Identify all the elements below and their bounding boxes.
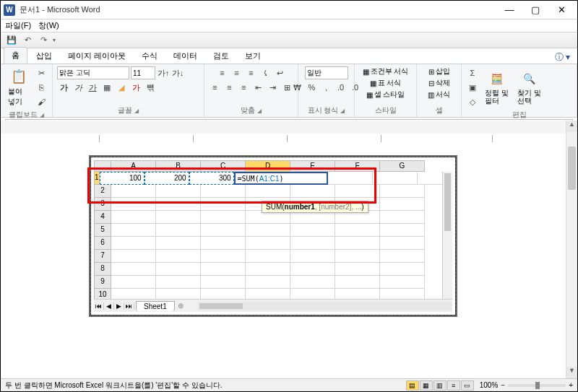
cell[interactable] — [111, 237, 156, 250]
align-bottom-icon[interactable]: ≡ — [245, 66, 258, 79]
format-painter-icon[interactable]: 🖌 — [35, 95, 48, 108]
cell[interactable]: 300 — [189, 172, 234, 185]
vertical-scrollbar[interactable]: ▲ ▼ — [566, 121, 577, 378]
cell[interactable] — [201, 224, 246, 237]
tab-page-layout[interactable]: 페이지 레이아웃 — [61, 48, 133, 64]
number-format-select[interactable] — [305, 66, 348, 79]
row-header[interactable]: 10 — [94, 289, 111, 299]
save-icon[interactable]: 💾 — [5, 34, 18, 47]
cell[interactable] — [335, 185, 380, 198]
view-draft-icon[interactable]: ▭ — [461, 380, 474, 391]
scroll-down-icon[interactable]: ▼ — [566, 367, 577, 378]
maximize-button[interactable]: ▢ — [522, 2, 548, 18]
cell[interactable] — [111, 211, 156, 224]
cell[interactable] — [201, 276, 246, 289]
cell[interactable] — [246, 250, 290, 263]
cell[interactable] — [156, 198, 201, 211]
fill-color-icon[interactable]: ◢ — [115, 81, 128, 94]
align-dialog-launcher[interactable]: ◢ — [257, 108, 262, 114]
tab-review[interactable]: 검토 — [206, 48, 236, 64]
sheet-horizontal-scrollbar[interactable] — [198, 302, 452, 310]
row-header[interactable]: 5 — [94, 224, 111, 237]
cell[interactable] — [335, 224, 380, 237]
format-cells-button[interactable]: ▥서식 — [428, 90, 450, 100]
new-sheet-icon[interactable]: ⊕ — [178, 302, 184, 310]
sheet-nav-first-icon[interactable]: ⏮ — [94, 302, 104, 310]
row-header[interactable]: 1 — [94, 172, 100, 185]
wrap-text-icon[interactable]: ↩ — [274, 66, 287, 79]
autosum-icon[interactable]: Σ — [466, 66, 479, 79]
cell[interactable] — [156, 237, 201, 250]
menu-window[interactable]: 창(W) — [38, 20, 59, 31]
document-page[interactable]: ABCDEFG 1100200300=SUM(A1:C1)2345678910 … — [11, 135, 557, 378]
align-left-icon[interactable]: ≡ — [209, 81, 222, 94]
insert-cells-button[interactable]: ⊞삽입 — [428, 66, 450, 77]
undo-icon[interactable]: ↶ — [21, 34, 34, 47]
cell[interactable] — [380, 263, 425, 276]
cell[interactable] — [156, 276, 201, 289]
cell[interactable] — [290, 185, 335, 198]
currency-icon[interactable]: ₩ — [291, 81, 304, 94]
column-header[interactable]: G — [380, 160, 425, 172]
clear-icon[interactable]: ◇ — [466, 95, 479, 108]
column-header[interactable]: C — [201, 160, 246, 172]
grow-font-icon[interactable]: 가↑ — [157, 66, 170, 79]
cell[interactable] — [380, 198, 425, 211]
cell[interactable] — [201, 198, 246, 211]
cell[interactable] — [246, 276, 290, 289]
increase-indent-icon[interactable]: ⇥ — [267, 81, 280, 94]
row-header[interactable]: 8 — [94, 263, 111, 276]
shrink-font-icon[interactable]: 가↓ — [171, 66, 184, 79]
embedded-excel-object[interactable]: ABCDEFG 1100200300=SUM(A1:C1)2345678910 … — [89, 155, 457, 317]
cell[interactable] — [246, 237, 290, 250]
view-outline-icon[interactable]: ≡ — [447, 380, 460, 391]
cell[interactable] — [290, 250, 335, 263]
zoom-slider[interactable] — [508, 384, 566, 387]
font-color-icon[interactable]: 가 — [129, 81, 142, 94]
redo-icon[interactable]: ↷ — [37, 34, 50, 47]
cell[interactable] — [380, 289, 425, 299]
horizontal-ruler[interactable] — [1, 121, 566, 134]
tab-insert[interactable]: 삽입 — [29, 48, 59, 64]
row-header[interactable]: 6 — [94, 237, 111, 250]
column-header[interactable]: E — [290, 160, 335, 172]
sort-filter-button[interactable]: 🧮 정렬 및 필터 — [482, 69, 512, 106]
cell-styles-button[interactable]: ▦셀 스타일 — [366, 90, 405, 100]
cell[interactable] — [335, 289, 380, 299]
cell[interactable] — [380, 237, 425, 250]
cell[interactable] — [156, 211, 201, 224]
sheet-nav-next-icon[interactable]: ▶ — [114, 302, 124, 310]
align-center-icon[interactable]: ≡ — [223, 81, 236, 94]
cell[interactable] — [290, 263, 335, 276]
number-dialog-launcher[interactable]: ◢ — [340, 108, 345, 114]
cell[interactable] — [335, 263, 380, 276]
column-header[interactable]: A — [111, 160, 156, 172]
column-header[interactable]: B — [156, 160, 201, 172]
cell[interactable] — [290, 237, 335, 250]
cell[interactable] — [380, 185, 425, 198]
row-header[interactable]: 9 — [94, 276, 111, 289]
minimize-button[interactable]: — — [496, 2, 522, 18]
underline-button[interactable]: 가 — [86, 81, 99, 94]
copy-icon[interactable]: ⎘ — [35, 81, 48, 94]
row-header[interactable]: 2 — [94, 185, 111, 198]
cell[interactable]: 100 — [100, 172, 144, 185]
cell[interactable] — [335, 237, 380, 250]
sheet-tab[interactable]: Sheet1 — [136, 301, 175, 311]
phonetic-icon[interactable]: 뺶 — [144, 81, 157, 94]
sheet-nav-last-icon[interactable]: ⏭ — [124, 302, 134, 310]
bold-button[interactable]: 가 — [57, 81, 70, 94]
font-name-select[interactable] — [57, 66, 129, 79]
cell[interactable] — [290, 224, 335, 237]
comma-icon[interactable]: , — [320, 81, 333, 94]
cell[interactable] — [246, 289, 290, 299]
menu-file[interactable]: 파일(F) — [5, 20, 31, 31]
clipboard-dialog-launcher[interactable]: ◢ — [40, 112, 44, 118]
cell[interactable] — [201, 237, 246, 250]
font-size-select[interactable] — [131, 66, 155, 79]
tab-formula[interactable]: 수식 — [134, 48, 165, 64]
qat-customize-dropdown[interactable]: ▾ — [53, 37, 56, 43]
cell[interactable] — [201, 211, 246, 224]
format-table-button[interactable]: ▦표 서식 — [370, 78, 402, 88]
cell[interactable] — [335, 276, 380, 289]
